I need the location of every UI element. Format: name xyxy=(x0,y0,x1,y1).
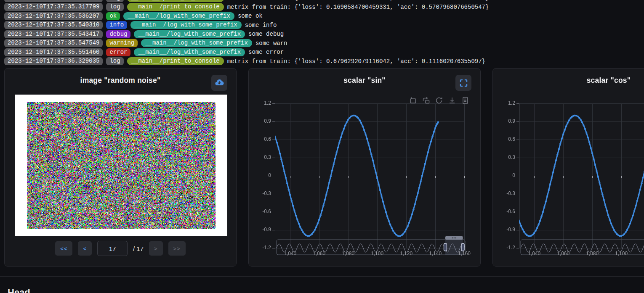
image-card: image "random noise" << < / 17 > >> xyxy=(4,68,237,267)
next-page-button[interactable]: > xyxy=(149,241,163,256)
module-badge: __main__/print_to_console xyxy=(127,3,224,11)
module-badge: __main__/log_with_some_prefix xyxy=(134,48,245,56)
card-header: scalar "sin" xyxy=(249,69,480,92)
log-row: 2023-12-10T17:37:35.547549 warning __mai… xyxy=(4,40,644,47)
data-view-icon[interactable] xyxy=(461,96,469,105)
timestamp-badge: 2023-12-10T17:37:35.536207 xyxy=(4,12,103,20)
prev-page-button[interactable]: < xyxy=(78,241,92,256)
level-badge: log xyxy=(106,0,123,2)
zoom-reset-icon[interactable] xyxy=(422,96,430,105)
last-page-button[interactable]: >> xyxy=(168,241,186,256)
download-button[interactable] xyxy=(211,75,227,91)
first-page-button[interactable]: << xyxy=(55,241,72,256)
fullscreen-button[interactable] xyxy=(455,75,471,91)
module-badge: __main__/print_to_console xyxy=(127,57,224,65)
level-badge: log xyxy=(106,3,123,11)
log-row: 2023-12-10T17:37:35.536207 ok __main__/l… xyxy=(4,13,644,20)
log-row: 2023-12-10T17:37:36.329035 log __main__/… xyxy=(4,58,644,65)
card-header: scalar "cos" xyxy=(493,69,644,92)
log-row: 2023-12-10T17:37:35.317799 log __main__/… xyxy=(4,0,644,2)
log-message: some debug xyxy=(248,31,284,37)
page-total-label: / 17 xyxy=(133,245,144,252)
timestamp-badge: 2023-12-10T17:37:35.551460 xyxy=(4,48,103,56)
log-message: some info xyxy=(245,22,277,29)
level-badge: ok xyxy=(106,12,120,20)
log-message: metrix from train: {'loss': 0.1690584700… xyxy=(227,0,489,1)
level-badge: warning xyxy=(106,39,138,47)
module-badge: __main__/print_to_console xyxy=(127,0,224,2)
cos-chart-canvas[interactable] xyxy=(493,69,644,267)
level-badge: info xyxy=(106,21,127,29)
log-message: some error xyxy=(248,49,284,55)
log-row: 2023-12-10T17:37:35.540310 info __main__… xyxy=(4,21,644,29)
timestamp-badge: 2023-12-10T17:37:35.317799 xyxy=(4,3,103,11)
card-title: scalar "sin" xyxy=(343,76,386,85)
section-divider xyxy=(0,276,644,277)
log-message: some warn xyxy=(255,40,287,47)
timestamp-badge: 2023-12-10T17:37:36.329035 xyxy=(4,57,103,65)
save-image-icon[interactable] xyxy=(448,96,456,105)
level-badge: log xyxy=(106,57,123,65)
sin-chart-card: scalar "sin" xyxy=(248,68,481,267)
timestamp-badge: 2023-12-10T17:37:35.317799 xyxy=(4,0,103,2)
box-zoom-icon[interactable] xyxy=(409,96,417,105)
restore-icon[interactable] xyxy=(435,96,443,105)
cos-chart-card: scalar "cos" xyxy=(492,68,644,267)
module-badge: __main__/log_with_some_prefix xyxy=(134,30,245,38)
level-badge: error xyxy=(106,48,130,56)
log-message: metrix from train: {'loss': 0.6796292079… xyxy=(227,58,485,65)
log-message: metrix from train: {'loss': 0.1690584700… xyxy=(227,4,489,11)
cloud-download-icon xyxy=(214,78,224,88)
chart-toolbox xyxy=(409,96,469,105)
timestamp-badge: 2023-12-10T17:37:35.543417 xyxy=(4,30,103,38)
card-title: image "random noise" xyxy=(80,76,161,85)
fullscreen-icon xyxy=(459,79,468,87)
noise-image xyxy=(15,95,227,236)
card-header: image "random noise" xyxy=(5,69,236,92)
module-badge: __main__/log_with_some_prefix xyxy=(130,21,242,29)
log-console: 2023-12-10T17:37:35.317799 log __main__/… xyxy=(0,0,644,65)
log-row: 2023-12-10T17:37:35.317799 log __main__/… xyxy=(4,3,644,11)
level-badge: debug xyxy=(106,30,130,38)
module-badge: __main__/log_with_some_prefix xyxy=(141,39,252,47)
cards-row: image "random noise" << < / 17 > >> xyxy=(4,68,644,267)
image-pager: << < / 17 > >> xyxy=(5,241,236,256)
log-row: 2023-12-10T17:37:35.551460 error __main_… xyxy=(4,49,644,56)
module-badge: __main__/log_with_some_prefix xyxy=(123,12,234,20)
log-message: some ok xyxy=(238,13,263,19)
section-heading: Head xyxy=(8,287,644,293)
timestamp-badge: 2023-12-10T17:37:35.540310 xyxy=(4,21,103,29)
page-input[interactable] xyxy=(97,241,128,256)
app-root: 2023-12-10T17:37:35.317799 log __main__/… xyxy=(0,0,644,293)
log-row: 2023-12-10T17:37:35.543417 debug __main_… xyxy=(4,31,644,38)
timestamp-badge: 2023-12-10T17:37:35.547549 xyxy=(4,39,103,47)
card-title: scalar "cos" xyxy=(587,76,631,85)
